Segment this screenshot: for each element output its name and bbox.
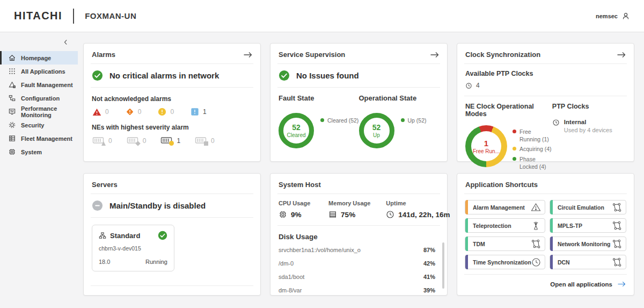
- shortcut-color-bar: [465, 255, 468, 269]
- shortcut-color-bar: [550, 237, 553, 251]
- uptime-stat: Uptime 141d, 22h, 16m: [386, 200, 439, 219]
- server-tile-standard[interactable]: Standard chbrn3-v-dev015 18.0 Running: [92, 225, 174, 271]
- shortcut-alarm-management[interactable]: Alarm Management: [465, 200, 545, 214]
- operational-state-donut: 52 Up: [359, 113, 394, 148]
- legend-acquiring: Acquiring (4): [513, 146, 552, 153]
- main-standby-status-text: Main/Standby is disabled: [109, 201, 206, 210]
- ne-clock-modes-chart: NE Clock Operational Modes 1 Free Run...: [465, 103, 552, 173]
- operational-state-legend: Up (52): [401, 117, 427, 125]
- operational-state-chart: Operational State 52 Up Up (52): [359, 94, 440, 148]
- cpu-icon: [279, 210, 287, 219]
- fault-state-chart: Fault State 52 Cleared Cleared (52): [279, 94, 359, 148]
- disk-list-scrollbar[interactable]: [442, 242, 444, 289]
- sidebar-item-all-applications[interactable]: All Applications: [0, 65, 78, 78]
- clock-dial-icon: [465, 82, 472, 89]
- app-header: HITACHI FOXMAN-UN nemsec: [0, 0, 644, 32]
- product-title: FOXMAN-UN: [85, 11, 136, 20]
- service-supervision-open-arrow[interactable]: [430, 51, 439, 59]
- minor-severity-count: 0: [158, 108, 174, 116]
- sidebar-item-configuration[interactable]: Configuration: [0, 91, 78, 105]
- service-supervision-title: Service Supervision: [279, 51, 345, 59]
- ne-warning-count: 0: [195, 135, 215, 146]
- ne-severity-counts: 0 0 1: [84, 131, 260, 146]
- ne-minor-count: 1: [160, 135, 180, 146]
- shortcut-grid: Alarm Management Circuit Emulation Telep…: [457, 194, 634, 274]
- system-host-card: System Host CPU Usage 9% Memory Usage: [270, 173, 448, 296]
- system-host-title: System Host: [279, 181, 321, 189]
- fault-state-donut: 52 Cleared: [279, 113, 314, 148]
- sidebar-item-performance-monitoring[interactable]: Performance Monitoring: [0, 105, 78, 118]
- alarms-open-arrow[interactable]: [243, 51, 252, 59]
- sidebar-item-fleet-management[interactable]: Fleet Management: [0, 132, 78, 145]
- legend-dot: [320, 118, 324, 122]
- ne-badge-square: [204, 141, 208, 146]
- sidebar-collapse-button[interactable]: [62, 39, 69, 46]
- shortcut-color-bar: [550, 218, 553, 233]
- not-acknowledged-label: Not acknowledged alarms: [84, 88, 260, 103]
- ptp-clock-internal: Internal Used by 4 devices: [552, 119, 626, 133]
- legend-dot: [513, 147, 516, 151]
- warning-severity-count: 1: [191, 108, 207, 116]
- clock-sync-title: Clock Synchronization: [465, 51, 540, 59]
- network-topology-icon: [612, 221, 622, 231]
- shortcut-time-synchronization[interactable]: Time Synchronization: [465, 255, 545, 269]
- disk-usage-list: srvchber1na1:/vol/home/unix_o 87% /dm-0 …: [270, 242, 447, 297]
- system-chip-icon: [8, 148, 16, 156]
- major-severity-count: 0: [126, 108, 142, 116]
- alarms-card: Alarms No critical alarms in network Not…: [83, 43, 261, 162]
- ne-critical-count: 0: [92, 135, 112, 146]
- user-icon: [621, 12, 630, 20]
- sidebar-item-fault-management[interactable]: Fault Management: [0, 78, 78, 91]
- ne-major-count: 0: [127, 135, 147, 146]
- shortcut-dcn[interactable]: DCN: [550, 255, 626, 269]
- clock-sync-open-arrow[interactable]: [617, 51, 626, 59]
- severity-counts: 0 0 0 1: [84, 103, 260, 116]
- shortcut-tdm[interactable]: TDM: [465, 237, 545, 251]
- arrow-right-icon: [617, 281, 626, 288]
- username: nemsec: [596, 13, 618, 19]
- network-topology-icon: [612, 239, 622, 249]
- shortcut-teleprotection[interactable]: Teleprotection: [465, 218, 545, 233]
- alarms-status-text: No critical alarms in network: [109, 71, 219, 80]
- servers-card: Servers Main/Standby is disabled Standar…: [83, 173, 261, 296]
- legend-phase-locked: Phase Locked (4): [513, 156, 552, 170]
- server-hostname: chbrn3-v-dev015: [99, 245, 167, 252]
- disk-row: dm-8/var 39%: [279, 283, 435, 297]
- sidebar-item-system[interactable]: System: [0, 145, 78, 159]
- performance-monitor-icon: [8, 108, 16, 116]
- available-ptp-clocks-count: 4: [476, 82, 480, 89]
- shortcut-color-bar: [465, 237, 468, 251]
- fault-state-legend: Cleared (52): [320, 117, 358, 125]
- service-supervision-card: Service Supervision No Issues found Faul…: [270, 43, 448, 162]
- security-gear-icon: [8, 121, 16, 129]
- server-topology-icon: [99, 232, 106, 239]
- shortcut-mpls-tp[interactable]: MPLS-TP: [550, 218, 626, 233]
- service-status-text: No Issues found: [296, 71, 359, 80]
- critical-triangle-icon: [92, 108, 101, 116]
- shortcut-color-bar: [465, 218, 468, 233]
- sidebar-item-security[interactable]: Security: [0, 118, 78, 132]
- shortcut-color-bar: [465, 200, 468, 214]
- user-menu[interactable]: nemsec: [596, 12, 630, 20]
- available-ptp-clocks-label: Available PTP Clocks: [465, 70, 626, 77]
- nes-highest-severity-label: NEs with highest severity alarm: [84, 116, 260, 131]
- home-icon: [8, 54, 16, 62]
- configuration-flow-icon: [8, 94, 16, 102]
- server-version: 18.0: [99, 259, 110, 265]
- sidebar: Homepage All Applications Fault Manageme…: [0, 32, 78, 308]
- clock-icon: [531, 257, 541, 267]
- check-circle-icon: [279, 70, 290, 81]
- disk-row: sda1/boot 41%: [279, 270, 435, 283]
- shortcut-circuit-emulation[interactable]: Circuit Emulation: [550, 200, 626, 214]
- disk-row: /dm-0 42%: [279, 256, 435, 270]
- shortcut-color-bar: [550, 200, 553, 214]
- cpu-usage-stat: CPU Usage 9%: [279, 200, 328, 219]
- minus-circle-icon: [92, 200, 103, 211]
- shortcut-network-monitoring[interactable]: Network Monitoring: [550, 237, 626, 251]
- memory-icon: [328, 210, 337, 219]
- clock-synchronization-card: Clock Synchronization Available PTP Cloc…: [457, 43, 634, 162]
- open-all-applications-link[interactable]: Open all applications: [550, 281, 626, 288]
- sidebar-item-homepage[interactable]: Homepage: [0, 51, 78, 65]
- legend-dot: [401, 118, 405, 122]
- major-diamond-icon: [126, 108, 134, 116]
